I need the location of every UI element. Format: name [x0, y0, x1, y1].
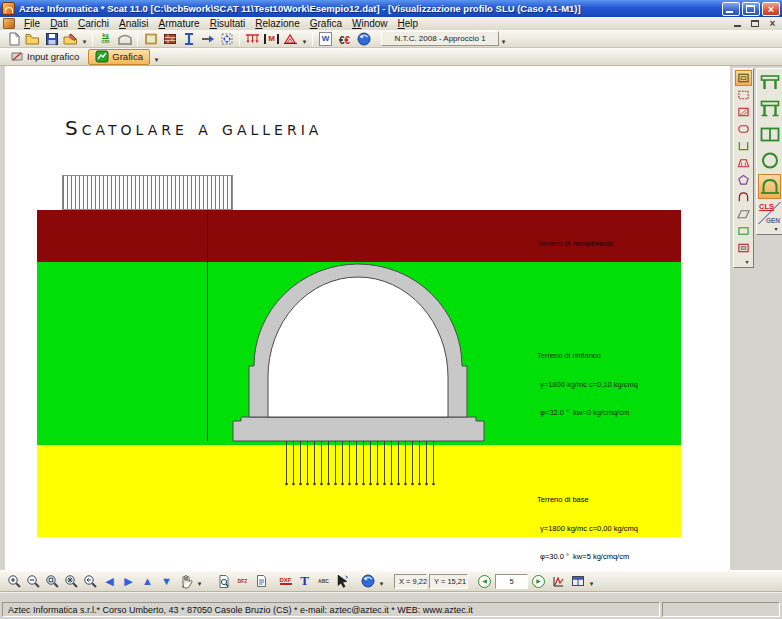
units-button[interactable]: kg cm: [96, 30, 115, 47]
currency-conversion-button[interactable]: €€: [335, 30, 354, 47]
previous-combination-button[interactable]: [478, 575, 491, 588]
units-kgcm-icon: kg cm: [102, 33, 110, 45]
structure-model-button[interactable]: [115, 30, 134, 47]
typology-double-cell-box[interactable]: [758, 122, 781, 147]
moment-icon: M: [264, 34, 279, 44]
zoom-in-button[interactable]: [5, 573, 24, 590]
palette-more-icon[interactable]: [742, 257, 752, 266]
mdi-minimize-icon: [734, 25, 741, 27]
save-floppy-icon: [45, 32, 59, 46]
new-document-icon: [7, 32, 21, 46]
app-icon[interactable]: [2, 2, 15, 15]
save-file-button[interactable]: [42, 30, 61, 47]
tab-grafica[interactable]: Grafica: [88, 49, 150, 65]
pointer-tool-button[interactable]: [333, 573, 352, 590]
distributed-load-button[interactable]: [243, 30, 262, 47]
help-button[interactable]: [354, 30, 373, 47]
section-geometry-button[interactable]: [141, 30, 160, 47]
menu-dati[interactable]: Dati: [45, 17, 73, 30]
minimize-button[interactable]: [722, 2, 740, 16]
export-dxf-button[interactable]: DXF: [276, 573, 295, 590]
menu-window[interactable]: Window: [347, 17, 393, 30]
export-image-button[interactable]: [252, 573, 271, 590]
mdi-minimize-button[interactable]: [731, 18, 746, 29]
file-manager-button[interactable]: [61, 30, 80, 47]
toolbar-overflow-icon[interactable]: [195, 573, 204, 589]
font-settings-button[interactable]: ABC: [314, 573, 333, 590]
pan-up-button[interactable]: [138, 573, 157, 590]
tool-trapezoid-section[interactable]: [735, 155, 752, 171]
new-document-button[interactable]: [4, 30, 23, 47]
envelope-inv-button[interactable]: [549, 573, 568, 590]
mdi-restore-button[interactable]: [748, 18, 763, 29]
menu-risultati[interactable]: Risultati: [205, 17, 251, 30]
next-combination-button[interactable]: [532, 575, 545, 588]
materials-cls-gen-button[interactable]: CLS GEN: [758, 202, 781, 224]
export-page-icon: [255, 574, 268, 588]
tool-dashed-rect-section[interactable]: [735, 87, 752, 103]
drawing-canvas[interactable]: Scatolare a galleria Terreno di riempime…: [5, 66, 730, 570]
menu-analisi[interactable]: Analisi: [114, 17, 153, 30]
mdi-close-button[interactable]: [765, 18, 780, 29]
soil-label-rinfianco: Terreno di rinfianco γ=1800 kg/mc c=0,10…: [537, 332, 638, 437]
typology-portal-frame[interactable]: [758, 96, 781, 121]
menu-relazione[interactable]: Relazione: [250, 17, 305, 30]
tool-rounded-rect-section[interactable]: [735, 121, 752, 137]
soil-label-base: Terreno di base γ=1800 kg/mc c=0,00 kg/c…: [537, 476, 638, 581]
maximize-button[interactable]: [742, 2, 760, 16]
toolbar-overflow-icon[interactable]: [152, 49, 161, 65]
close-button[interactable]: [762, 2, 780, 16]
toolbar-overflow-icon[interactable]: [80, 31, 89, 47]
pier-section-button[interactable]: [179, 30, 198, 47]
pan-right-button[interactable]: [119, 573, 138, 590]
arrange-windows-button[interactable]: [568, 573, 587, 590]
zoom-extents-button[interactable]: [62, 573, 81, 590]
moment-diagram-button[interactable]: M: [262, 30, 281, 47]
toolbar-overflow-icon[interactable]: [499, 31, 508, 47]
mdi-restore-icon: [751, 20, 759, 27]
zoom-out-button[interactable]: [24, 573, 43, 590]
span-direction-button[interactable]: [198, 30, 217, 47]
soil-label-line: φ=30.0 ° kw=5 kg/cmq/cm: [537, 552, 638, 562]
menu-grafica[interactable]: Grafica: [305, 17, 347, 30]
typology-circular-culvert[interactable]: [758, 148, 781, 173]
menu-armature[interactable]: Armature: [154, 17, 205, 30]
text-tool-button[interactable]: T: [295, 573, 314, 590]
typology-box-culvert[interactable]: [758, 70, 781, 95]
menu-file[interactable]: File: [19, 17, 45, 30]
tool-green-rect-section[interactable]: [735, 223, 752, 239]
tool-open-frame-section[interactable]: [735, 138, 752, 154]
load-combination-button[interactable]: [281, 30, 300, 47]
menu-help[interactable]: Help: [393, 17, 424, 30]
export-dfz-button[interactable]: DFZ: [233, 573, 252, 590]
typology-gallery-arch-selected[interactable]: [758, 174, 781, 199]
word-export-button[interactable]: W: [316, 30, 335, 47]
ntc-approach-combobox[interactable]: N.T.C. 2008 - Approccio 1: [381, 31, 499, 46]
tool-framed-rect-section[interactable]: [735, 240, 752, 256]
tool-parallelogram-section[interactable]: [735, 206, 752, 222]
typology-palette: CLS GEN: [756, 68, 782, 235]
menu-carichi[interactable]: Carichi: [73, 17, 114, 30]
web-help-button[interactable]: [358, 573, 377, 590]
tool-rect-section-selected[interactable]: [735, 70, 752, 86]
toolbar-overflow-icon[interactable]: [300, 31, 309, 47]
toolbar-overflow-icon[interactable]: [587, 573, 596, 589]
print-preview-button[interactable]: [214, 573, 233, 590]
pan-hand-button[interactable]: [176, 573, 195, 590]
open-file-button[interactable]: [23, 30, 42, 47]
zoom-previous-button[interactable]: [81, 573, 100, 590]
tool-polygon-section[interactable]: [735, 172, 752, 188]
dfz-icon: DFZ: [238, 579, 248, 584]
zoom-window-button[interactable]: [43, 573, 62, 590]
combination-number-field[interactable]: 5: [495, 574, 528, 589]
pan-left-button[interactable]: [100, 573, 119, 590]
toolbar-overflow-icon[interactable]: [377, 573, 386, 589]
move-object-button[interactable]: [217, 30, 236, 47]
materials-button[interactable]: [160, 30, 179, 47]
palette-more-icon[interactable]: [771, 224, 781, 233]
pan-down-button[interactable]: [157, 573, 176, 590]
tool-hatched-rect-section[interactable]: [735, 104, 752, 120]
tool-arch-section[interactable]: [735, 189, 752, 205]
tab-input-grafico[interactable]: Input grafico: [3, 49, 86, 65]
document-icon[interactable]: [3, 18, 15, 29]
